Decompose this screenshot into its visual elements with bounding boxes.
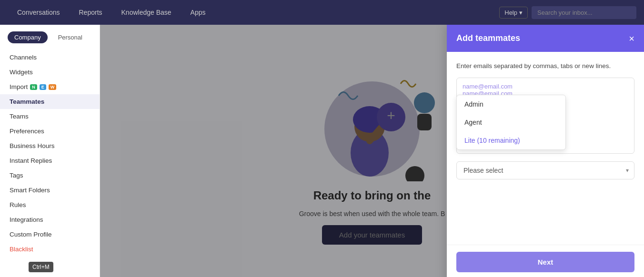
sidebar-item-business-hours[interactable]: Business Hours bbox=[0, 138, 100, 153]
content-area: + Ready to bring on the Groove is best w… bbox=[100, 25, 644, 277]
dropdown-option-lite[interactable]: Lite (10 remaining) bbox=[457, 131, 565, 149]
role-select[interactable]: Please select Admin Agent Lite (10 remai… bbox=[456, 161, 634, 179]
sidebar-item-instant-replies[interactable]: Instant Replies bbox=[0, 153, 100, 168]
sidebar-item-channels[interactable]: Channels bbox=[0, 50, 100, 65]
role-dropdown-menu: Admin Agent Lite (10 remaining) bbox=[456, 95, 566, 150]
sidebar-item-preferences[interactable]: Preferences bbox=[0, 124, 100, 138]
nav-reports[interactable]: Reports bbox=[70, 0, 112, 25]
sidebar-menu: Channels Widgets Import N E W Teammates … bbox=[0, 48, 100, 258]
top-navigation: Conversations Reports Knowledge Base App… bbox=[0, 0, 644, 25]
sidebar-item-teammates[interactable]: Teammates bbox=[0, 94, 100, 109]
dropdown-option-admin[interactable]: Admin bbox=[457, 95, 565, 113]
role-dropdown-container: Admin Agent Lite (10 remaining) Please s… bbox=[456, 161, 634, 179]
sidebar: Company Personal Channels Widgets Import… bbox=[0, 25, 100, 277]
next-button[interactable]: Next bbox=[456, 252, 634, 272]
search-input[interactable] bbox=[532, 6, 636, 19]
modal-title: Add teammates bbox=[456, 33, 520, 43]
modal-footer: Next Cancel bbox=[447, 245, 644, 277]
sidebar-item-import[interactable]: Import N E W bbox=[0, 79, 100, 94]
sidebar-item-tags[interactable]: Tags bbox=[0, 168, 100, 183]
nav-conversations[interactable]: Conversations bbox=[8, 0, 70, 25]
sidebar-toggle: Company Personal bbox=[0, 25, 100, 48]
help-button[interactable]: Help ▾ bbox=[499, 7, 528, 19]
badge-w: W bbox=[49, 84, 57, 90]
modal-close-button[interactable]: × bbox=[629, 34, 634, 43]
sidebar-item-teams[interactable]: Teams bbox=[0, 109, 100, 124]
modal-header: Add teammates × bbox=[447, 25, 644, 52]
nav-apps[interactable]: Apps bbox=[181, 0, 215, 25]
sidebar-item-integrations[interactable]: Integrations bbox=[0, 212, 100, 227]
dropdown-option-agent[interactable]: Agent bbox=[457, 113, 565, 131]
sidebar-item-custom-profile[interactable]: Custom Profile bbox=[0, 227, 100, 242]
company-toggle[interactable]: Company bbox=[8, 31, 48, 43]
personal-toggle[interactable]: Personal bbox=[51, 31, 89, 43]
select-wrapper: Please select Admin Agent Lite (10 remai… bbox=[456, 161, 634, 179]
keyboard-shortcut-badge: Ctrl+M bbox=[29, 262, 53, 272]
nav-knowledge-base[interactable]: Knowledge Base bbox=[112, 0, 181, 25]
add-teammates-modal: Add teammates × Enter emails separated b… bbox=[447, 25, 644, 277]
modal-body: Enter emails separated by commas, tabs o… bbox=[447, 52, 644, 245]
main-layout: Company Personal Channels Widgets Import… bbox=[0, 25, 644, 277]
sidebar-item-smart-folders[interactable]: Smart Folders bbox=[0, 183, 100, 198]
sidebar-item-widgets[interactable]: Widgets bbox=[0, 65, 100, 79]
badge-new: N bbox=[30, 84, 37, 90]
sidebar-item-rules[interactable]: Rules bbox=[0, 198, 100, 212]
modal-description: Enter emails separated by commas, tabs o… bbox=[456, 61, 634, 71]
badge-e: E bbox=[40, 84, 46, 90]
sidebar-item-blacklist[interactable]: Blacklist bbox=[0, 242, 100, 257]
